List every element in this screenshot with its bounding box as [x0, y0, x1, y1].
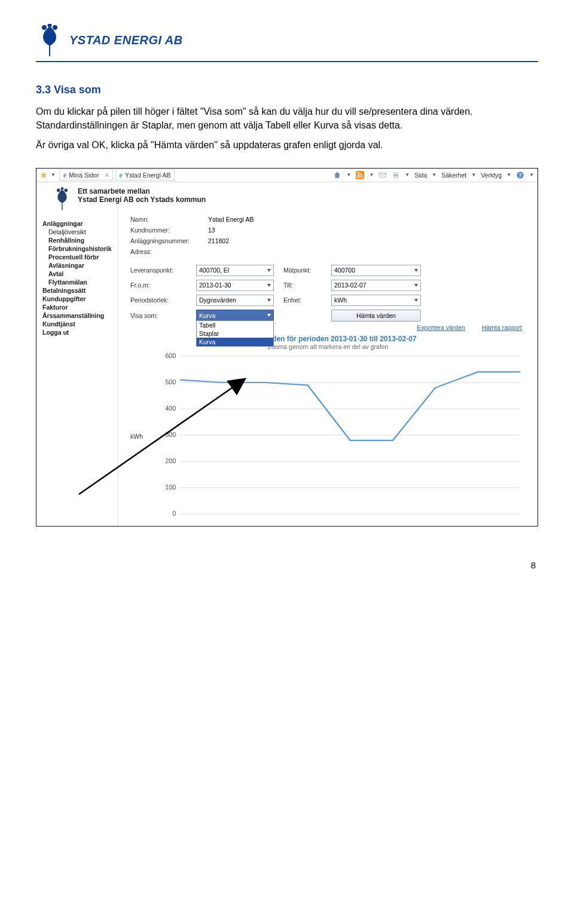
svg-text:500: 500 [165, 379, 176, 385]
menu-verktyg[interactable]: Verktyg [481, 172, 502, 179]
sidebar-item[interactable]: Betalningssätt [42, 286, 115, 295]
adress-label: Adress: [130, 248, 208, 255]
sidebar-nav: AnläggningarDetaljöversiktRenhållningFör… [36, 182, 118, 526]
mail-icon[interactable] [378, 171, 387, 179]
embedded-screenshot: ▼ eMina Sidor×eYstad Energi AB ▼ ▼ ▼ Sid… [36, 168, 538, 527]
svg-rect-7 [394, 172, 398, 175]
section-heading: 3.3 Visa som [36, 84, 538, 96]
print-icon[interactable] [392, 171, 400, 179]
till-label: Till: [283, 282, 331, 289]
visa-som-option[interactable]: Tabell [197, 321, 273, 329]
chart-area: kWh 0100200300400500600 [159, 353, 526, 520]
browser-tab[interactable]: eMina Sidor× [59, 169, 113, 180]
company-logo: YSTAD ENERGI AB [36, 24, 538, 56]
from-label: Fr.o.m: [130, 282, 196, 289]
visa-som-select[interactable]: Kurva [196, 310, 274, 321]
sidebar-item[interactable]: Renhållning [42, 236, 115, 244]
svg-point-4 [357, 176, 359, 178]
sidebar-item[interactable]: Kundtjänst [42, 320, 115, 328]
svg-point-12 [64, 188, 68, 192]
logo-text: YSTAD ENERGI AB [69, 33, 183, 47]
header-divider [36, 61, 538, 62]
chart-subtitle: Zooma genom att markera en del av grafen [127, 343, 529, 350]
kundnummer-value: 13 [208, 227, 304, 234]
sidebar-item[interactable]: Avläsningar [42, 261, 115, 270]
svg-text:400: 400 [165, 405, 176, 411]
enhet-label: Enhet: [283, 296, 331, 304]
help-icon[interactable]: ? [516, 171, 524, 179]
svg-text:?: ? [519, 172, 522, 178]
ie-icon: e [63, 172, 66, 179]
logo-text-icon: YSTAD ENERGI AB [69, 31, 207, 49]
matpunkt-select[interactable]: 400700 [331, 265, 421, 276]
svg-point-0 [42, 25, 47, 30]
paragraph-1: Om du klickar på pilen till höger i fält… [36, 105, 538, 132]
leveranspunkt-select[interactable]: 400700, El [196, 265, 274, 276]
favorites-button[interactable] [40, 172, 47, 179]
svg-text:200: 200 [165, 458, 176, 464]
till-select[interactable]: 2013-02-07 [331, 280, 421, 291]
brand-mark-icon [53, 187, 72, 211]
namn-label: Namn: [130, 216, 208, 223]
svg-rect-8 [394, 176, 398, 178]
svg-text:300: 300 [165, 432, 176, 437]
from-select[interactable]: 2013-01-30 [196, 280, 274, 291]
chart-ylabel: kWh [130, 433, 143, 440]
sidebar-item[interactable]: Fakturor [42, 303, 115, 311]
sidebar-item[interactable]: Anläggningar [42, 219, 115, 228]
chevron-down-icon: ▼ [51, 172, 56, 178]
menu-sakerhet[interactable]: Säkerhet [441, 172, 466, 179]
close-icon[interactable]: × [105, 172, 108, 179]
visa-som-dropdown-list[interactable]: TabellStaplarKurva [196, 320, 274, 347]
chart-title: Dygnsvärden för perioden 2013-01-30 till… [127, 335, 529, 343]
anlaggning-label: Anläggningsnummer: [130, 237, 208, 244]
svg-point-13 [61, 187, 64, 190]
logo-mark-icon [36, 24, 63, 56]
sidebar-item[interactable]: Kunduppgifter [42, 295, 115, 303]
hamta-varden-button[interactable]: Hämta värden [331, 310, 421, 322]
hamta-rapport-link[interactable]: Hämta rapport [482, 324, 522, 331]
period-select[interactable]: Dygnsvärden [196, 295, 274, 306]
feed-icon[interactable] [356, 171, 364, 179]
visa-som-label: Visa som: [130, 312, 196, 319]
svg-point-2 [48, 24, 52, 27]
home-icon[interactable] [333, 171, 341, 179]
sidebar-item[interactable]: Förbrukningshistorik [42, 244, 115, 253]
ie-icon: e [120, 172, 123, 179]
sidebar-item[interactable]: Detaljöversikt [42, 228, 115, 236]
leveranspunkt-label: Leveranspunkt: [130, 267, 196, 274]
visa-som-option[interactable]: Kurva [197, 338, 273, 346]
sidebar-item[interactable]: Logga ut [42, 328, 115, 336]
svg-point-1 [53, 25, 57, 30]
browser-tab[interactable]: eYstad Energi AB [115, 169, 175, 180]
sidebar-item[interactable]: Procentuell förbr [42, 253, 115, 261]
brand-line1: Ett samarbete mellan [78, 187, 206, 195]
visa-som-option[interactable]: Staplar [197, 329, 273, 338]
svg-text:0: 0 [172, 510, 176, 516]
kundnummer-label: Kundnummer: [130, 227, 208, 234]
enhet-select[interactable]: kWh [331, 295, 421, 306]
paragraph-2: Är övriga val OK, klicka på "Hämta värde… [36, 138, 538, 152]
svg-text:100: 100 [165, 484, 176, 490]
sidebar-item[interactable]: Årssammanställning [42, 311, 115, 320]
anlaggning-value: 211802 [208, 237, 304, 244]
svg-text:600: 600 [165, 353, 176, 359]
period-label: Periodstorlek: [130, 296, 196, 304]
star-icon [40, 172, 47, 179]
svg-point-11 [57, 188, 60, 192]
exportera-varden-link[interactable]: Exportera värden [417, 324, 465, 331]
namn-value: Ystad Energi AB [208, 216, 304, 223]
svg-rect-3 [356, 171, 364, 179]
menu-sida[interactable]: Sida [414, 172, 427, 179]
sidebar-item[interactable]: Avtal [42, 270, 115, 278]
matpunkt-label: Mätpunkt: [283, 267, 331, 274]
sidebar-item[interactable]: Flyttanmälan [42, 278, 115, 286]
page-number: 8 [0, 560, 536, 570]
brand-header: Ett samarbete mellan Ystad Energi AB och… [45, 187, 483, 211]
browser-tab-bar: ▼ eMina Sidor×eYstad Energi AB ▼ ▼ ▼ Sid… [36, 169, 538, 182]
brand-line2: Ystad Energi AB och Ystads kommun [78, 195, 206, 204]
